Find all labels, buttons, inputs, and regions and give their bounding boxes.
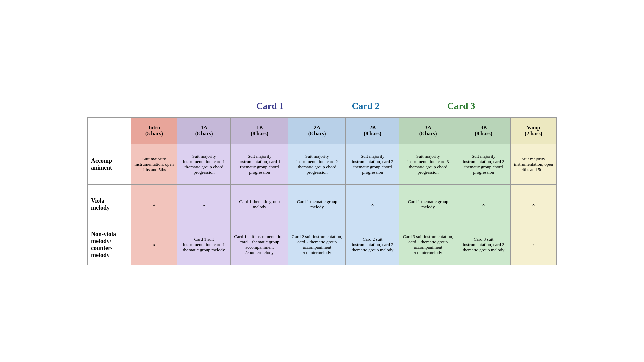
cell-accompaniment-intro: Suit majority instrumentation, open 4ths…: [131, 144, 177, 184]
card1-header: Card 1: [222, 97, 318, 117]
table-row-viola-melody: Violamelody x x Card 1 thematic group me…: [88, 184, 557, 225]
col-header-3b: 3B(8 bars): [457, 117, 511, 144]
col-header-1b: 1B(8 bars): [231, 117, 288, 144]
cell-viola-1b: Card 1 thematic group melody: [231, 184, 288, 225]
column-header-row: Intro(5 bars) 1A(8 bars) 1B(8 bars) 2A(8…: [88, 117, 557, 144]
row-header-accompaniment: Accomp-animent: [88, 144, 131, 184]
empty-header: [88, 117, 131, 144]
card2-header: Card 2: [318, 97, 414, 117]
cell-accompaniment-1a: Suit majority instrumentation, card 1 th…: [177, 144, 231, 184]
page-wrapper: Card 1 Card 2 Card 3 Intro(5 bars) 1A(8 …: [87, 97, 557, 265]
cell-accompaniment-1b: Suit majority instrumentation, card 1 th…: [231, 144, 288, 184]
cell-nonviola-intro: x: [131, 225, 177, 265]
cell-nonviola-vamp: x: [511, 225, 557, 265]
col-header-vamp: Vamp(2 bars): [511, 117, 557, 144]
cell-nonviola-3a: Card 3 suit instrumentation, card 3 them…: [399, 225, 457, 265]
cell-nonviola-2a: Card 2 suit instrumentation, card 2 them…: [288, 225, 345, 265]
cell-viola-2b: x: [346, 184, 399, 225]
card-headers: Card 1 Card 2 Card 3: [131, 97, 557, 117]
cell-nonviola-2b: Card 2 suit instrumentation, card 2 them…: [346, 225, 399, 265]
cell-viola-2a: Card 1 thematic group melody: [288, 184, 345, 225]
cell-accompaniment-3b: Suit majority instrumentation, card 3 th…: [457, 144, 511, 184]
card3-header: Card 3: [414, 97, 509, 117]
cell-viola-vamp: x: [511, 184, 557, 225]
cell-viola-3b: x: [457, 184, 511, 225]
cell-accompaniment-2a: Suit majority instrumentation, card 2 th…: [288, 144, 345, 184]
cell-nonviola-1a: Card 1 suit instrumentation, card 1 them…: [177, 225, 231, 265]
row-header-viola: Violamelody: [88, 184, 131, 225]
col-header-3a: 3A(8 bars): [399, 117, 457, 144]
col-header-2a: 2A(8 bars): [288, 117, 345, 144]
cell-accompaniment-2b: Suit majority instrumentation, card 2 th…: [346, 144, 399, 184]
col-header-1a: 1A(8 bars): [177, 117, 231, 144]
row-header-nonviola: Non-violamelody/counter-melody: [88, 225, 131, 265]
cell-nonviola-1b: Card 1 suit instrumentation, card 1 them…: [231, 225, 288, 265]
cell-viola-intro: x: [131, 184, 177, 225]
cell-accompaniment-3a: Suit majority instrumentation, card 3 th…: [399, 144, 457, 184]
col-header-intro: Intro(5 bars): [131, 117, 177, 144]
table-row-nonviola: Non-violamelody/counter-melody x Card 1 …: [88, 225, 557, 265]
cell-accompaniment-vamp: Suit majority instrumentation, open 4ths…: [511, 144, 557, 184]
cell-viola-1a: x: [177, 184, 231, 225]
cell-viola-3a: Card 1 thematic group melody: [399, 184, 457, 225]
col-header-2b: 2B(8 bars): [346, 117, 399, 144]
main-table: Intro(5 bars) 1A(8 bars) 1B(8 bars) 2A(8…: [87, 117, 557, 265]
cell-nonviola-3b: Card 3 suit instrumentation, card 3 them…: [457, 225, 511, 265]
table-row-accompaniment: Accomp-animent Suit majority instrumenta…: [88, 144, 557, 184]
